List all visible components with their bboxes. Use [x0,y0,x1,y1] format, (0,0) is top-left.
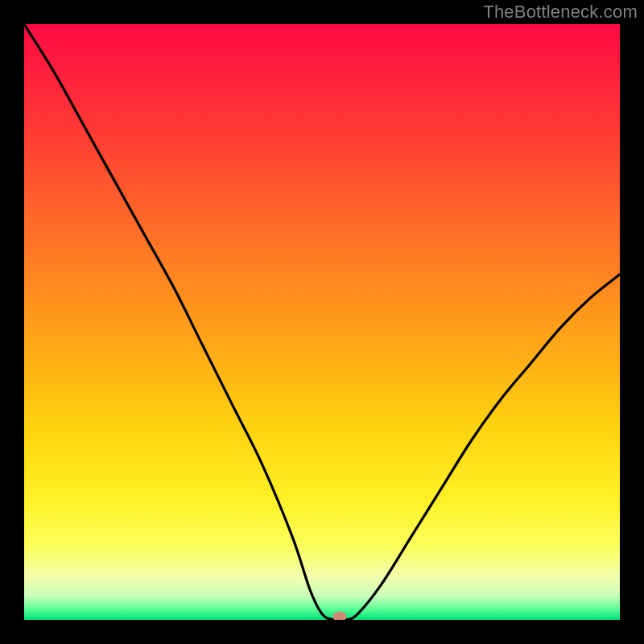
bottleneck-marker-icon [333,612,347,620]
attribution-label: TheBottleneck.com [483,2,638,23]
bottleneck-curve [24,24,620,620]
chart-container: TheBottleneck.com [0,0,644,644]
plot-area [24,24,620,620]
